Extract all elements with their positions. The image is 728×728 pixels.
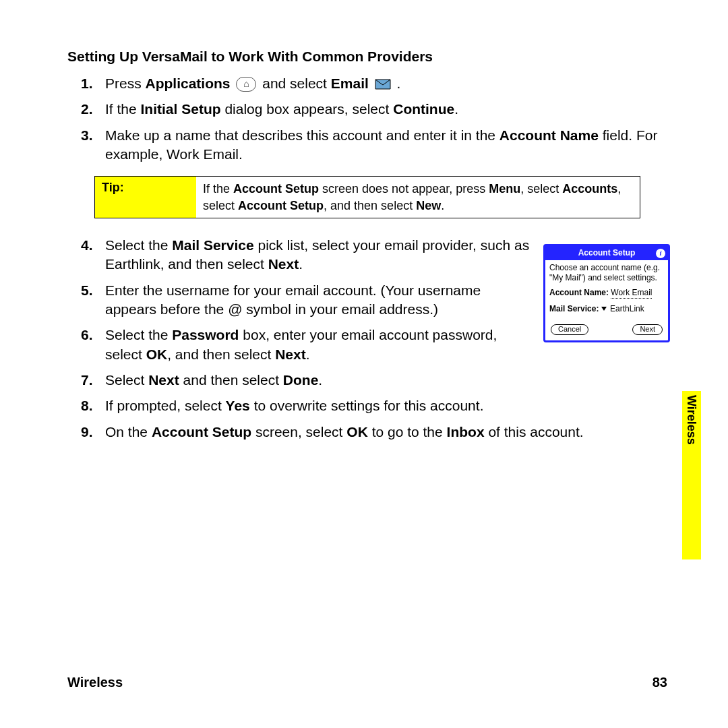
text-bold: OK bbox=[146, 346, 168, 362]
text-bold: Password bbox=[172, 327, 239, 342]
text-bold: Mail Service bbox=[172, 237, 253, 253]
footer-page-number: 83 bbox=[653, 675, 667, 690]
text: . bbox=[306, 346, 310, 362]
text: On the bbox=[105, 424, 152, 439]
text: If the bbox=[203, 182, 233, 195]
mail-service-row: Mail Service: EarthLink bbox=[549, 304, 664, 313]
step-4: Select the Mail Service pick list, selec… bbox=[105, 236, 530, 274]
chevron-down-icon[interactable] bbox=[601, 307, 607, 311]
text: . bbox=[299, 256, 303, 272]
step-6: Select the Password box, enter your emai… bbox=[105, 326, 530, 364]
text: , select bbox=[520, 182, 562, 195]
text-bold: Initial Setup bbox=[141, 101, 221, 117]
mail-service-label: Mail Service: bbox=[549, 304, 599, 313]
text-bold: Applications bbox=[146, 75, 231, 91]
next-button[interactable]: Next bbox=[632, 324, 663, 335]
text: and select bbox=[262, 75, 331, 91]
text: Enter the username for your email accoun… bbox=[105, 282, 481, 317]
account-name-label: Account Name: bbox=[549, 288, 609, 297]
steps-list-1: Press Applications and select Email . If… bbox=[67, 74, 674, 164]
text-bold: Continue bbox=[393, 101, 454, 117]
text: . bbox=[393, 75, 401, 91]
text: Press bbox=[105, 75, 146, 91]
text-bold: Account Setup bbox=[233, 182, 319, 195]
text-bold: Next bbox=[275, 346, 306, 362]
text: , and then select bbox=[167, 346, 275, 362]
text-bold: Accounts bbox=[562, 182, 617, 195]
text: Select the bbox=[105, 327, 172, 342]
text: and then select bbox=[179, 372, 283, 388]
text-bold: Account Name bbox=[499, 127, 599, 143]
step-9: On the Account Setup screen, select OK t… bbox=[105, 423, 674, 442]
text: dialog box appears, select bbox=[221, 101, 394, 117]
cancel-button[interactable]: Cancel bbox=[551, 324, 588, 335]
step-3: Make up a name that describes this accou… bbox=[105, 126, 674, 164]
footer-section: Wireless bbox=[67, 675, 123, 690]
section-heading: Setting Up VersaMail to Work With Common… bbox=[67, 49, 674, 65]
step-8: If prompted, select Yes to overwrite set… bbox=[105, 396, 674, 415]
text: screen, select bbox=[251, 424, 346, 439]
text: Choose an account name (e.g. bbox=[549, 263, 664, 272]
account-name-input[interactable]: Work Email bbox=[611, 288, 652, 298]
email-icon bbox=[375, 78, 391, 90]
text-bold: Next bbox=[268, 256, 299, 272]
text: to overwrite settings for this account. bbox=[250, 398, 484, 413]
dialog-instruction: Choose an account name (e.g. "My Mail") … bbox=[549, 263, 664, 282]
tip-body: If the Account Setup screen does not app… bbox=[196, 177, 640, 218]
text: to go to the bbox=[368, 424, 447, 439]
text: Make up a name that describes this accou… bbox=[105, 127, 499, 143]
text: Select the bbox=[105, 237, 172, 253]
account-name-row: Account Name: Work Email bbox=[549, 288, 664, 298]
text-bold: New bbox=[416, 199, 441, 212]
text-bold: Account Setup bbox=[152, 424, 251, 439]
palm-dialog-title: Account Setup i bbox=[545, 246, 668, 260]
step-2: If the Initial Setup dialog box appears,… bbox=[105, 100, 674, 119]
step-7: Select Next and then select Done. bbox=[105, 371, 530, 390]
page-footer: Wireless 83 bbox=[67, 675, 667, 690]
text-bold: Email bbox=[331, 75, 369, 91]
text: . bbox=[454, 101, 458, 117]
text: . bbox=[441, 199, 444, 212]
palm-dialog: Account Setup i Choose an account name (… bbox=[543, 244, 670, 342]
text-bold: Account Setup bbox=[238, 199, 324, 212]
text: , and then select bbox=[324, 199, 416, 212]
side-tab: Wireless bbox=[682, 391, 701, 559]
text-bold: Yes bbox=[226, 398, 250, 413]
text-bold: Next bbox=[148, 372, 179, 388]
side-tab-label: Wireless bbox=[684, 395, 698, 445]
text: If the bbox=[105, 101, 141, 117]
text: If prompted, select bbox=[105, 398, 226, 413]
info-icon[interactable]: i bbox=[656, 249, 665, 258]
step-1: Press Applications and select Email . bbox=[105, 74, 674, 93]
text-bold: Done bbox=[283, 372, 319, 388]
applications-icon bbox=[236, 77, 256, 92]
text: "My Mail") and select settings. bbox=[549, 273, 664, 282]
text: Select bbox=[105, 372, 148, 388]
dialog-title-text: Account Setup bbox=[578, 248, 636, 257]
text: . bbox=[318, 372, 322, 388]
text: of this account. bbox=[485, 424, 584, 439]
text-bold: Inbox bbox=[447, 424, 485, 439]
tip-box: Tip: If the Account Setup screen does no… bbox=[94, 176, 640, 218]
tip-label: Tip: bbox=[95, 177, 196, 218]
text: screen does not appear, press bbox=[319, 182, 489, 195]
text-bold: Menu bbox=[489, 182, 520, 195]
step-5: Enter the username for your email accoun… bbox=[105, 281, 530, 320]
mail-service-value[interactable]: EarthLink bbox=[610, 304, 644, 313]
text-bold: OK bbox=[346, 424, 368, 439]
